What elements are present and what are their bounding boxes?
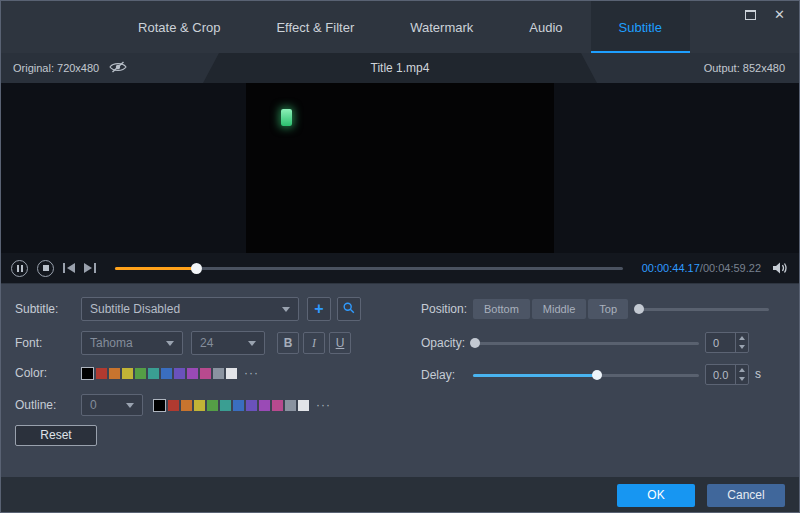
time-display: 00:00:44.17/00:04:59.22 bbox=[642, 262, 761, 274]
previous-frame-button[interactable] bbox=[63, 263, 75, 273]
delay-label: Delay: bbox=[421, 363, 455, 387]
plus-icon: + bbox=[314, 301, 323, 317]
tab-effect-filter[interactable]: Effect & Filter bbox=[248, 1, 382, 53]
outline-swatch[interactable] bbox=[220, 400, 231, 411]
outline-swatch[interactable] bbox=[181, 400, 192, 411]
subtitle-preview-glyph bbox=[281, 109, 292, 126]
outline-swatch[interactable] bbox=[207, 400, 218, 411]
color-swatch[interactable] bbox=[148, 368, 159, 379]
color-swatch[interactable] bbox=[213, 368, 224, 379]
color-label: Color: bbox=[15, 363, 47, 383]
stop-icon bbox=[43, 265, 49, 271]
bold-button[interactable]: B bbox=[277, 332, 299, 354]
delay-slider-thumb[interactable] bbox=[592, 370, 602, 380]
position-bottom-button[interactable]: Bottom bbox=[473, 299, 530, 319]
tab-rotate-crop[interactable]: Rotate & Crop bbox=[110, 1, 248, 53]
color-swatch[interactable] bbox=[96, 368, 107, 379]
reset-button[interactable]: Reset bbox=[15, 425, 97, 446]
outline-width-value: 0 bbox=[90, 398, 97, 412]
spin-down-button[interactable] bbox=[736, 343, 748, 353]
current-outline-swatch[interactable] bbox=[153, 399, 166, 412]
next-frame-button[interactable] bbox=[84, 263, 96, 273]
outline-swatch[interactable] bbox=[298, 400, 309, 411]
delay-value: 0.0 bbox=[713, 369, 728, 381]
opacity-label: Opacity: bbox=[421, 331, 465, 355]
maximize-icon[interactable] bbox=[745, 10, 756, 20]
preview-strip: Original: 720x480 Title 1.mp4 Output: 85… bbox=[1, 53, 799, 83]
outline-swatch[interactable] bbox=[194, 400, 205, 411]
color-swatch[interactable] bbox=[226, 368, 237, 379]
delay-unit-label: s bbox=[755, 364, 761, 385]
total-time: /00:04:59.22 bbox=[700, 262, 761, 274]
color-swatch[interactable] bbox=[200, 368, 211, 379]
position-top-button[interactable]: Top bbox=[588, 299, 628, 319]
chevron-down-icon bbox=[166, 341, 174, 346]
position-slider-thumb[interactable] bbox=[634, 304, 644, 314]
pause-button[interactable] bbox=[11, 260, 28, 277]
outline-label: Outline: bbox=[15, 394, 56, 416]
delay-slider-fill bbox=[473, 374, 597, 377]
ok-button[interactable]: OK bbox=[617, 484, 695, 507]
color-swatch[interactable] bbox=[109, 368, 120, 379]
cancel-button[interactable]: Cancel bbox=[707, 484, 785, 507]
subtitle-select[interactable]: Subtitle Disabled bbox=[81, 297, 299, 321]
more-colors-button[interactable]: ··· bbox=[244, 368, 259, 379]
eye-off-icon[interactable] bbox=[109, 61, 127, 75]
color-swatch[interactable] bbox=[187, 368, 198, 379]
current-time: 00:00:44.17 bbox=[642, 262, 700, 274]
color-swatch[interactable] bbox=[122, 368, 133, 379]
output-size-label: Output: 852x480 bbox=[704, 62, 785, 74]
add-subtitle-button[interactable]: + bbox=[307, 297, 331, 321]
italic-button[interactable]: I bbox=[303, 332, 325, 354]
original-size-section: Original: 720x480 bbox=[1, 53, 219, 83]
spin-up-button[interactable] bbox=[736, 333, 748, 343]
chevron-down-icon bbox=[282, 307, 290, 312]
more-outline-colors-button[interactable]: ··· bbox=[316, 400, 331, 411]
position-slider[interactable] bbox=[635, 302, 769, 316]
opacity-slider-thumb[interactable] bbox=[470, 338, 480, 348]
opacity-slider[interactable] bbox=[473, 336, 699, 350]
font-size-select[interactable]: 24 bbox=[191, 331, 265, 355]
spin-up-button[interactable] bbox=[736, 365, 748, 375]
underline-button[interactable]: U bbox=[329, 332, 351, 354]
color-swatch[interactable] bbox=[161, 368, 172, 379]
opacity-value-box[interactable]: 0 bbox=[705, 332, 749, 353]
font-size-value: 24 bbox=[200, 336, 213, 350]
chevron-down-icon bbox=[248, 341, 256, 346]
seek-thumb[interactable] bbox=[191, 263, 202, 274]
close-icon[interactable]: ✕ bbox=[774, 9, 785, 21]
pause-icon bbox=[17, 265, 19, 272]
font-family-value: Tahoma bbox=[90, 336, 133, 350]
tab-subtitle[interactable]: Subtitle bbox=[591, 1, 690, 53]
outline-swatch[interactable] bbox=[285, 400, 296, 411]
outline-swatch[interactable] bbox=[272, 400, 283, 411]
search-subtitle-button[interactable] bbox=[337, 297, 361, 321]
delay-slider[interactable] bbox=[473, 368, 699, 382]
tab-audio[interactable]: Audio bbox=[501, 1, 590, 53]
opacity-spinner bbox=[735, 333, 748, 352]
outline-swatch[interactable] bbox=[233, 400, 244, 411]
current-color-swatch[interactable] bbox=[81, 367, 94, 380]
spin-down-button[interactable] bbox=[736, 375, 748, 385]
outline-width-select[interactable]: 0 bbox=[81, 394, 143, 416]
font-family-select[interactable]: Tahoma bbox=[81, 331, 183, 355]
delay-value-box[interactable]: 0.0 bbox=[705, 364, 749, 385]
opacity-value: 0 bbox=[713, 337, 719, 349]
outline-swatch[interactable] bbox=[259, 400, 270, 411]
footer-bar: OK Cancel bbox=[1, 477, 799, 513]
stop-button[interactable] bbox=[37, 260, 54, 277]
app-window: Rotate & Crop Effect & Filter Watermark … bbox=[0, 0, 800, 513]
tab-watermark[interactable]: Watermark bbox=[382, 1, 501, 53]
chevron-down-icon bbox=[126, 403, 134, 408]
color-swatch[interactable] bbox=[174, 368, 185, 379]
video-title: Title 1.mp4 bbox=[219, 53, 581, 83]
volume-icon[interactable] bbox=[772, 261, 789, 275]
seek-slider[interactable] bbox=[115, 261, 623, 275]
position-middle-button[interactable]: Middle bbox=[532, 299, 586, 319]
titlebar: Rotate & Crop Effect & Filter Watermark … bbox=[1, 1, 799, 53]
outline-swatch[interactable] bbox=[168, 400, 179, 411]
outline-swatch[interactable] bbox=[246, 400, 257, 411]
video-frame bbox=[246, 83, 554, 253]
tab-bar: Rotate & Crop Effect & Filter Watermark … bbox=[1, 1, 799, 53]
color-swatch[interactable] bbox=[135, 368, 146, 379]
